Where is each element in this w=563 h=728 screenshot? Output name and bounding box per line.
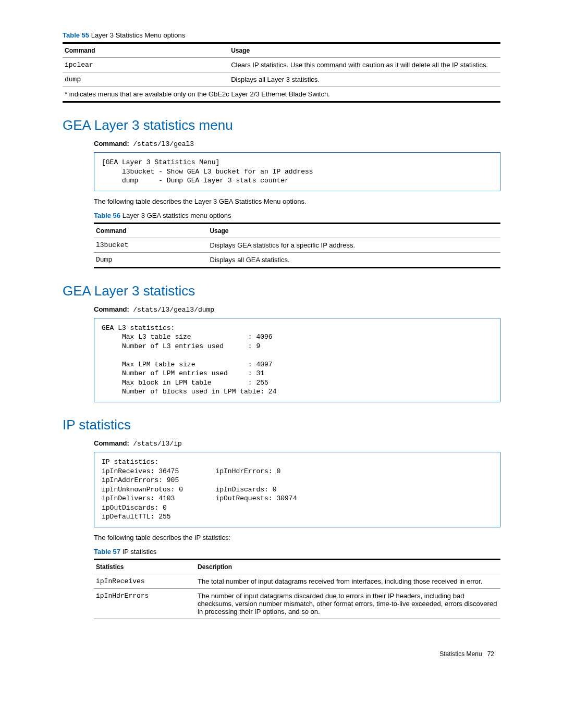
table57-r1-cmd: ipInHdrErrors <box>94 588 195 619</box>
table56-h1: Usage <box>207 223 500 238</box>
table57-r0-cmd: ipInReceives <box>94 574 195 588</box>
section2-heading: GEA Layer 3 statistics <box>63 283 500 299</box>
page-footer: Statistics Menu 72 <box>63 650 500 658</box>
table-row: ipInReceives The total number of input d… <box>94 574 500 588</box>
table-row: Dump Displays all GEA statistics. <box>94 252 500 267</box>
table-row: dump Displays all Layer 3 statistics. <box>63 72 500 87</box>
table57-r1-usage: The number of input datagrams discarded … <box>195 588 500 619</box>
section1-desc: The following table describes the Layer … <box>94 198 500 205</box>
table57-label: Table 57 <box>94 548 120 556</box>
table55-r1-cmd: dump <box>63 72 229 87</box>
table57-h0: Statistics <box>94 559 195 574</box>
table55-r0-usage: Clears IP statistics. Use this command w… <box>229 58 500 72</box>
table55-caption: Table 55 Layer 3 Statistics Menu options <box>63 31 500 39</box>
command-value: /stats/l3/geal3/dump <box>133 306 214 314</box>
section1-command-line: Command: /stats/l3/geal3 <box>94 140 500 148</box>
table57-r0-usage: The total number of input datagrams rece… <box>195 574 500 588</box>
table-row: l3bucket Displays GEA statistics for a s… <box>94 238 500 252</box>
section3-command-line: Command: /stats/l3/ip <box>94 439 500 448</box>
table56-caption: Table 56 Layer 3 GEA statistics menu opt… <box>94 212 500 219</box>
table55-caption-text: Layer 3 Statistics Menu options <box>89 31 185 39</box>
section3-heading: IP statistics <box>63 417 500 433</box>
table55-h0: Command <box>63 43 229 58</box>
footer-page: 72 <box>487 650 494 658</box>
table57-h1: Description <box>195 559 500 574</box>
table-row: ipInHdrErrors The number of input datagr… <box>94 588 500 619</box>
command-label: Command: <box>94 439 129 447</box>
table56-r0-usage: Displays GEA statistics for a specific I… <box>207 238 500 252</box>
table56-r1-usage: Displays all GEA statistics. <box>207 252 500 267</box>
command-value: /stats/l3/geal3 <box>133 140 194 148</box>
command-label: Command: <box>94 305 129 313</box>
table55-footnote-row: * indicates menus that are available onl… <box>63 87 500 102</box>
table57-caption-text: IP statistics <box>120 548 156 556</box>
section3-codeblock: IP statistics: ipInReceives: 36475 ipInH… <box>94 452 500 527</box>
table57-caption: Table 57 IP statistics <box>94 548 500 556</box>
table55-r0-cmd: ipclear <box>63 58 229 72</box>
section1-heading: GEA Layer 3 statistics menu <box>63 117 500 133</box>
table56-label: Table 56 <box>94 212 120 219</box>
section2-codeblock: GEA L3 statistics: Max L3 table size : 4… <box>94 318 500 402</box>
footer-section: Statistics Menu <box>439 650 482 658</box>
section3-desc: The following table describes the IP sta… <box>94 534 500 541</box>
table-row: ipclear Clears IP statistics. Use this c… <box>63 58 500 72</box>
command-value: /stats/l3/ip <box>133 440 182 448</box>
table56-caption-text: Layer 3 GEA statistics menu options <box>120 212 231 219</box>
table56-r1-cmd: Dump <box>94 252 207 267</box>
table55-r1-usage: Displays all Layer 3 statistics. <box>229 72 500 87</box>
table55-label: Table 55 <box>63 31 89 39</box>
section2-command-line: Command: /stats/l3/geal3/dump <box>94 305 500 314</box>
page-content: Table 55 Layer 3 Statistics Menu options… <box>0 0 563 678</box>
table56-h0: Command <box>94 223 207 238</box>
table56: Command Usage l3bucket Displays GEA stat… <box>94 223 500 268</box>
table55-h1: Usage <box>229 43 500 58</box>
section1-codeblock: [GEA Layer 3 Statistics Menu] l3bucket -… <box>94 152 500 191</box>
table55-footnote: * indicates menus that are available onl… <box>63 87 500 102</box>
command-label: Command: <box>94 140 129 147</box>
table55: Command Usage ipclear Clears IP statisti… <box>63 42 500 103</box>
table56-r0-cmd: l3bucket <box>94 238 207 252</box>
table57: Statistics Description ipInReceives The … <box>94 559 500 619</box>
